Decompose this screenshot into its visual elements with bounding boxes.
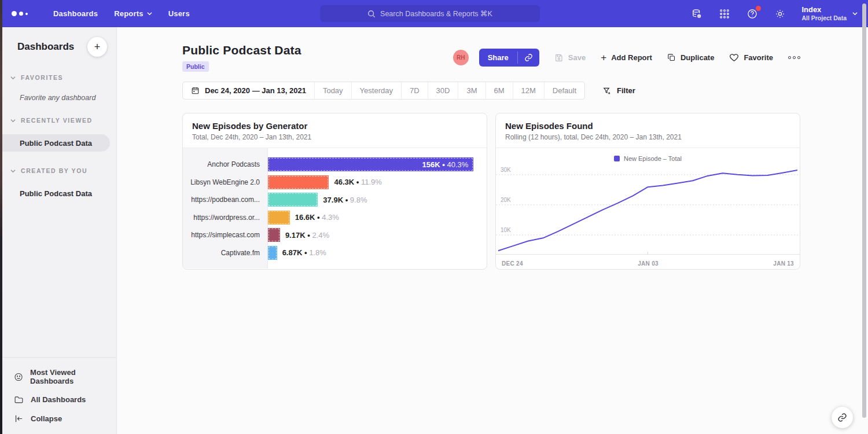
preset-7d[interactable]: 7D [402, 82, 428, 99]
chevron-down-icon [852, 11, 858, 16]
preset-6m[interactable]: 6M [486, 82, 513, 99]
filter-funnel-icon [602, 86, 612, 95]
bar-2[interactable] [268, 175, 329, 189]
sidebar-item-public-podcast-data[interactable]: Public Podcast Data [2, 134, 110, 152]
preset-yesterday[interactable]: Yesterday [352, 82, 402, 99]
most-viewed-dashboards-link[interactable]: Most Viewed Dashboards [2, 363, 116, 390]
sidebar-item-public-podcast-data-created[interactable]: Public Podcast Data [2, 185, 110, 202]
nav-link-users[interactable]: Users [168, 9, 190, 18]
heart-icon [729, 53, 739, 62]
svg-text:10K: 10K [501, 227, 511, 233]
all-dashboards-link[interactable]: All Dashboards [2, 390, 116, 409]
chevron-down-icon [10, 75, 16, 80]
chevron-down-icon [147, 11, 152, 16]
preset-12m[interactable]: 12M [513, 82, 545, 99]
card-new-episodes-by-generator: New Episodes by Generator Total, Dec 24t… [182, 113, 487, 270]
save-icon [554, 53, 564, 62]
bar-value-label: 37.9K • 9.8% [323, 196, 367, 204]
apps-grid-icon[interactable] [718, 8, 731, 20]
line-chart[interactable]: 10K20K30K [496, 163, 800, 257]
bar-value-label: 46.3K • 11.9% [334, 178, 381, 186]
date-range-control: Dec 24, 2020 — Jan 13, 2021 Today Yester… [182, 82, 585, 100]
x-tick-jan13: JAN 13 [773, 260, 794, 267]
bar-5[interactable] [268, 228, 280, 242]
bar-category-label: https://simplecast.com [183, 231, 268, 239]
x-tick-jan03: JAN 03 [638, 260, 659, 267]
section-recently-viewed[interactable]: RECENTLY VIEWED [10, 117, 116, 124]
legend-new-episode-total[interactable]: New Episode – Total [496, 148, 800, 163]
section-created-by-you[interactable]: CREATED BY YOU [10, 167, 116, 174]
help-icon[interactable] [746, 8, 759, 20]
card-new-episodes-found: New Episodes Found Rolling (12 hours), t… [495, 113, 800, 270]
card-subtitle: Rolling (12 hours), total, Dec 24th, 202… [505, 133, 790, 141]
plus-icon: + [601, 52, 606, 64]
bar-3[interactable] [268, 193, 318, 207]
main-content: Public Podcast Data Public RH Share [117, 27, 868, 434]
top-nav: Dashboards Reports Users Search Dashboar… [0, 0, 868, 27]
card-title: New Episodes Found [505, 121, 790, 131]
link-icon [837, 413, 847, 422]
date-range-picker[interactable]: Dec 24, 2020 — Jan 13, 2021 [183, 82, 315, 99]
smiley-icon [14, 372, 23, 382]
bar-row: Captivate.fm6.87K • 1.8% [183, 244, 487, 262]
project-scope: All Project Data [801, 14, 847, 22]
settings-gear-icon[interactable] [774, 8, 786, 20]
bar-row: https://wordpress.or...16.6K • 4.3% [183, 209, 487, 227]
bar-1[interactable]: 156K • 40.3% [268, 157, 473, 171]
bar-row: Anchor Podcasts156K • 40.3% [183, 156, 487, 174]
bar-value-label: 6.87K • 1.8% [282, 248, 326, 257]
bar-6[interactable] [268, 246, 277, 260]
bar-category-label: Libsyn WebEngine 2.0 [183, 178, 268, 186]
svg-text:30K: 30K [501, 167, 511, 173]
project-switcher[interactable]: Index All Project Data [801, 5, 858, 22]
bar-4[interactable] [268, 211, 290, 225]
x-tick-dec24: DEC 24 [502, 260, 523, 267]
more-actions-button[interactable] [788, 56, 800, 59]
preset-3m[interactable]: 3M [458, 82, 486, 99]
preset-30d[interactable]: 30D [428, 82, 459, 99]
search-icon [367, 10, 376, 18]
section-favorites[interactable]: FAVORITES [10, 74, 116, 81]
preset-default[interactable]: Default [545, 82, 584, 99]
bar-row: https://podbean.com...37.9K • 9.8% [183, 191, 487, 209]
bar-row: Libsyn WebEngine 2.046.3K • 11.9% [183, 174, 487, 192]
add-dashboard-button[interactable]: + [87, 37, 107, 57]
app-logo[interactable] [12, 11, 37, 16]
share-link-icon[interactable] [518, 49, 539, 67]
notification-badge [756, 6, 761, 11]
chevron-down-icon [10, 168, 16, 174]
duplicate-icon [667, 53, 676, 62]
sidebar-title: Dashboards [17, 41, 74, 53]
collapse-icon [14, 414, 24, 424]
filter-button[interactable]: Filter [602, 86, 635, 95]
floating-link-button[interactable] [832, 407, 853, 428]
data-sources-icon[interactable] [690, 8, 703, 20]
project-name: Index [801, 5, 847, 14]
nav-link-dashboards[interactable]: Dashboards [53, 9, 98, 18]
favorites-empty-state: Favorite any dashboard [20, 94, 116, 102]
svg-text:20K: 20K [501, 197, 511, 203]
preset-today[interactable]: Today [315, 82, 352, 99]
add-report-button[interactable]: + Add Report [601, 52, 652, 64]
duplicate-button[interactable]: Duplicate [667, 53, 715, 62]
nav-link-reports[interactable]: Reports [114, 9, 152, 18]
legend-swatch [614, 156, 620, 161]
avatar[interactable]: RH [453, 50, 469, 65]
bar-category-label: https://podbean.com... [183, 196, 268, 204]
bar-value-label: 9.17K • 2.4% [285, 231, 329, 240]
save-button[interactable]: Save [554, 53, 586, 62]
chevron-down-icon [10, 118, 16, 123]
page-title: Public Podcast Data [182, 43, 301, 57]
search-input[interactable]: Search Dashboards & Reports ⌘K [320, 5, 540, 22]
folder-icon [14, 395, 24, 404]
sidebar: Dashboards + FAVORITES Favorite any dash… [2, 27, 117, 434]
bar-rows: Anchor Podcasts156K • 40.3%Libsyn WebEng… [183, 148, 487, 262]
share-button[interactable]: Share [479, 49, 539, 67]
favorite-button[interactable]: Favorite [729, 53, 773, 62]
card-title: New Episodes by Generator [192, 121, 477, 131]
collapse-sidebar-button[interactable]: Collapse [2, 409, 116, 428]
bar-row: https://simplecast.com9.17K • 2.4% [183, 226, 487, 244]
scrollbar-thumb[interactable] [862, 3, 866, 418]
public-badge: Public [182, 61, 209, 72]
bar-category-label: Captivate.fm [183, 249, 268, 257]
